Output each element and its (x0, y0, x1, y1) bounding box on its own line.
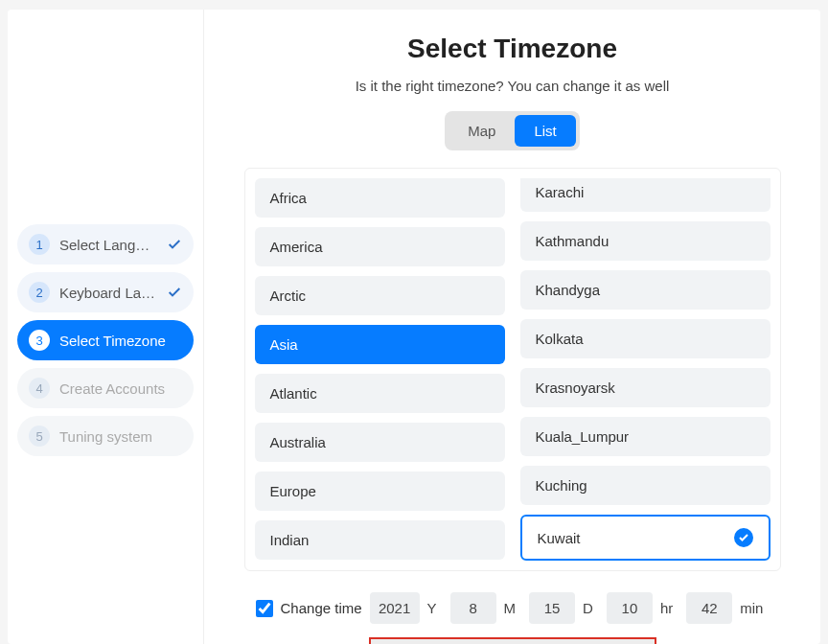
day-input[interactable] (529, 592, 575, 624)
step-number: 2 (29, 282, 50, 303)
change-time-label: Change time (281, 600, 362, 616)
city-krasnoyarsk[interactable]: Krasnoyarsk (520, 368, 770, 407)
step-tuning-system[interactable]: 5 Tuning system (17, 416, 194, 456)
city-label: Kuwait (538, 530, 581, 546)
continent-arctic[interactable]: Arctic (255, 276, 505, 315)
day-unit: D (583, 600, 593, 616)
continent-asia[interactable]: Asia (255, 325, 505, 364)
step-select-timezone[interactable]: 3 Select Timezone (17, 320, 194, 360)
map-toggle[interactable]: Map (448, 115, 515, 147)
wizard-sidebar: 1 Select Langu… 2 Keyboard La… 3 Select … (8, 10, 204, 644)
min-input[interactable] (686, 592, 732, 624)
city-kuching[interactable]: Kuching (520, 466, 770, 505)
step-label: Select Timezone (59, 333, 182, 349)
step-label: Keyboard La… (59, 285, 157, 301)
page-title: Select Timezone (407, 34, 617, 64)
page-subtitle: Is it the right timezone? You can change… (356, 78, 670, 94)
city-kolkata[interactable]: Kolkata (520, 319, 770, 358)
step-label: Select Langu… (59, 237, 157, 253)
next-button[interactable]: Next (369, 637, 656, 644)
continent-indian[interactable]: Indian (255, 520, 505, 560)
checkmark-icon (167, 237, 182, 252)
city-kuwait[interactable]: Kuwait (520, 515, 770, 561)
change-time-row: Change time Y M D hr min (256, 592, 770, 624)
min-unit: min (740, 600, 763, 616)
city-kuala-lumpur[interactable]: Kuala_Lumpur (520, 417, 770, 456)
city-kathmandu[interactable]: Kathmandu (520, 221, 770, 261)
month-unit: M (504, 600, 517, 616)
year-input[interactable] (370, 592, 420, 624)
hour-unit: hr (660, 600, 673, 616)
step-select-language[interactable]: 1 Select Langu… (17, 224, 194, 264)
step-label: Create Accounts (59, 380, 182, 397)
change-time-checkbox[interactable] (256, 600, 273, 617)
city-karachi[interactable]: Karachi (520, 178, 770, 212)
step-number: 4 (29, 378, 50, 399)
city-column[interactable]: Karachi Kathmandu Khandyga Kolkata Krasn… (520, 178, 770, 561)
city-khandyga[interactable]: Khandyga (520, 270, 770, 310)
step-label: Tuning system (59, 428, 182, 445)
step-number: 3 (29, 330, 50, 351)
continent-australia[interactable]: Australia (255, 423, 505, 462)
timezone-picker: Africa America Arctic Asia Atlantic Aust… (244, 168, 781, 571)
year-unit: Y (427, 600, 437, 616)
main-panel: Select Timezone Is it the right timezone… (204, 10, 820, 644)
checkmark-icon (167, 285, 182, 300)
continent-africa[interactable]: Africa (255, 178, 505, 218)
list-toggle[interactable]: List (515, 115, 575, 147)
continent-column: Africa America Arctic Asia Atlantic Aust… (255, 178, 505, 561)
checkmark-icon (734, 528, 753, 547)
hour-input[interactable] (607, 592, 653, 624)
step-keyboard-layout[interactable]: 2 Keyboard La… (17, 272, 194, 312)
step-number: 5 (29, 426, 50, 447)
continent-europe[interactable]: Europe (255, 472, 505, 511)
step-create-accounts[interactable]: 4 Create Accounts (17, 368, 194, 408)
continent-america[interactable]: America (255, 227, 505, 266)
continent-atlantic[interactable]: Atlantic (255, 374, 505, 413)
step-number: 1 (29, 234, 50, 255)
month-input[interactable] (450, 592, 496, 624)
view-toggle: Map List (445, 111, 580, 150)
